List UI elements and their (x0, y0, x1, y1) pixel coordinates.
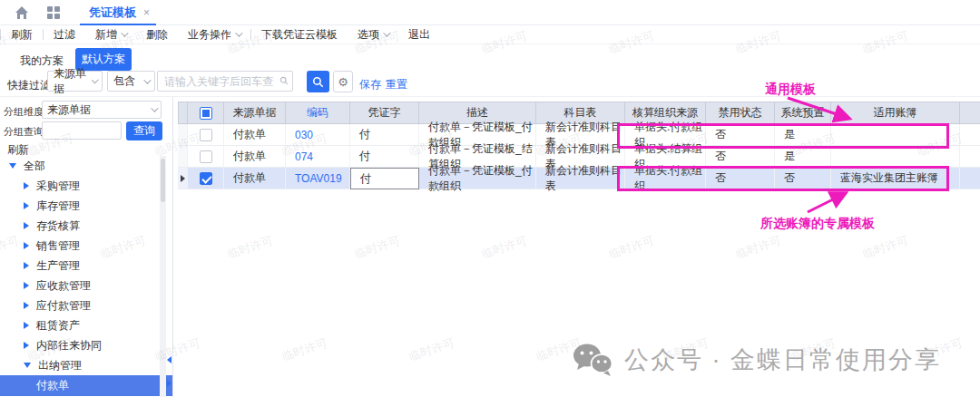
filter-operator-select[interactable]: 包含 (107, 71, 155, 92)
arrow-to-book-template (808, 194, 844, 212)
header-row-indicator (178, 102, 188, 124)
search-icon (312, 76, 324, 88)
tab-voucher-template[interactable]: 凭证模板 × (82, 0, 157, 24)
tree-scrollbar[interactable] (160, 156, 166, 397)
license-watermark: 临时许可 (225, 232, 275, 262)
row-checkbox[interactable] (200, 129, 212, 141)
chevron-down-icon (121, 29, 128, 36)
group-dimension-label: 分组维度 (4, 105, 44, 119)
license-watermark: 临时许可 (279, 334, 329, 364)
tree-item-production[interactable]: 生产管理 (0, 256, 172, 276)
select-all-checkbox[interactable] (200, 107, 212, 120)
tree-item-purchase[interactable]: 采购管理 (0, 176, 172, 196)
tree-item-payable[interactable]: 应付款管理 (0, 295, 172, 315)
menu-refresh[interactable]: 刷新 (1, 27, 43, 43)
group-dimension-select[interactable]: 来源单据 (42, 101, 162, 119)
group-query-label: 分组查询 (4, 125, 44, 139)
tree-item-sales[interactable]: 销售管理 (0, 236, 172, 256)
tree-item-inventory[interactable]: 库存管理 (0, 196, 172, 216)
group-query-button[interactable]: 查询 (126, 121, 162, 140)
header-source[interactable]: 来源单据 (224, 102, 286, 124)
menu-biz-ops[interactable]: 业务操作 (178, 27, 250, 43)
category-tree: 全部 采购管理 库存管理 存货核算 销售管理 生产管理 应收款管理 应付款管理 … (0, 156, 172, 396)
caret-down-icon[interactable] (24, 363, 31, 368)
gear-icon: ⚙ (338, 75, 348, 89)
header-voucher-word[interactable]: 凭证字 (350, 102, 419, 124)
code-link[interactable]: 030 (286, 124, 350, 146)
tree-item-internal-collab[interactable]: 内部往来协同 (0, 335, 172, 355)
header-applicable-books[interactable]: 适用账簿 (831, 102, 960, 124)
caret-right-icon[interactable] (24, 342, 29, 349)
tree-item-receivable[interactable]: 应收款管理 (0, 276, 172, 295)
chevron-down-icon (235, 29, 242, 36)
caret-right-icon[interactable] (24, 182, 29, 189)
menu-filter[interactable]: 过滤 (44, 27, 85, 43)
caret-down-icon[interactable] (9, 163, 16, 169)
row-checkbox-checked[interactable] (200, 172, 212, 185)
current-row-indicator-icon (181, 175, 185, 182)
settings-button[interactable]: ⚙ (333, 71, 353, 92)
caret-right-icon[interactable] (24, 322, 29, 329)
chevron-down-icon (151, 104, 158, 111)
code-link[interactable]: 074 (286, 146, 350, 168)
group-query-input[interactable] (42, 121, 122, 140)
table-body: 付款单 030 付 付款单－凭证模板_付款组织 新会计准则科目表 单据头.付款组… (178, 124, 980, 189)
license-watermark: 临时许可 (733, 232, 783, 262)
home-icon[interactable] (15, 5, 29, 20)
menu-add[interactable]: 新增 (85, 27, 136, 43)
license-watermark: 临时许可 (661, 334, 710, 364)
caret-right-icon[interactable] (24, 242, 29, 249)
tree-scrollbar-thumb[interactable] (161, 159, 165, 202)
tab-label: 凭证模板 (89, 5, 136, 21)
tree-item-payment-bill[interactable]: 付款单 (0, 375, 172, 396)
wechat-icon (572, 343, 613, 377)
menu-delete[interactable]: 删除 (136, 27, 178, 43)
license-watermark: 临时许可 (788, 334, 838, 364)
chevron-down-icon (383, 29, 390, 36)
tree-item-lease-asset[interactable]: 租赁资产 (0, 315, 172, 335)
apps-grid-icon[interactable] (47, 6, 61, 20)
keyword-search-input[interactable] (157, 71, 293, 92)
license-watermark: 临时许可 (534, 334, 583, 364)
tree-item-stock-accounting[interactable]: 存货核算 (0, 216, 172, 236)
menu-options[interactable]: 选项 (348, 27, 398, 43)
header-system-preset[interactable]: 系统预置 (775, 102, 831, 124)
caret-right-icon[interactable] (24, 282, 29, 289)
license-watermark: 临时许可 (606, 232, 656, 262)
splitter-collapse-controls[interactable] (167, 356, 173, 397)
row-checkbox[interactable] (200, 150, 212, 163)
voucher-template-page: 凭证模板 × 刷新 过滤 新增 删除 业务操作 下载凭证云模板 选项 退出 我的… (0, 0, 980, 397)
wechat-account-text: 公众号 · 金蝶日常使用分享 (624, 344, 941, 376)
menu-exit[interactable]: 退出 (398, 27, 440, 43)
search-button[interactable] (307, 71, 329, 92)
caret-right-icon[interactable] (24, 302, 29, 309)
caret-right-icon[interactable] (24, 202, 29, 209)
save-link[interactable]: 保存 (359, 77, 381, 92)
tab-close-icon[interactable]: × (143, 6, 150, 19)
reset-link[interactable]: 重置 (386, 77, 407, 92)
license-watermark: 临时许可 (915, 334, 965, 364)
chevron-down-icon (92, 76, 99, 83)
license-watermark: 临时许可 (407, 334, 456, 364)
caret-right-icon[interactable] (24, 222, 29, 229)
filter-field-select[interactable]: 来源单据 (47, 71, 103, 92)
annotation-book-specific-template: 所选账簿的专属模板 (760, 216, 875, 232)
menu-download-template[interactable]: 下载凭证云模板 (251, 27, 348, 43)
header-disabled-status[interactable]: 禁用状态 (706, 102, 775, 124)
caret-right-icon[interactable] (24, 262, 29, 269)
tree-item-all[interactable]: 全部 (0, 156, 172, 176)
code-link[interactable]: TOAV019 (286, 168, 350, 189)
filter-toolbar: 我的方案 默认方案 快捷过滤 来源单据 包含 ⚙ 保存 重置 (0, 44, 980, 97)
header-select-all[interactable] (188, 102, 224, 124)
header-filler (960, 102, 980, 124)
header-code[interactable]: 编码 (286, 102, 350, 124)
collapse-left-icon[interactable] (167, 356, 172, 363)
table-row-selected[interactable]: 付款单 TOAV019 付 付款单－凭证模板_付款组织 新会计准则科目表 单据头… (178, 168, 980, 189)
wechat-watermark: 公众号 · 金蝶日常使用分享 (572, 343, 941, 377)
license-watermark: 临时许可 (860, 232, 910, 262)
tree-item-cashier[interactable]: 出纳管理 (0, 355, 172, 375)
collapse-right-icon[interactable] (167, 380, 172, 387)
voucher-word-edit-cell[interactable]: 付 (350, 168, 419, 189)
panel-splitter[interactable] (172, 97, 173, 397)
quick-filter-label: 快捷过滤 (7, 78, 51, 93)
